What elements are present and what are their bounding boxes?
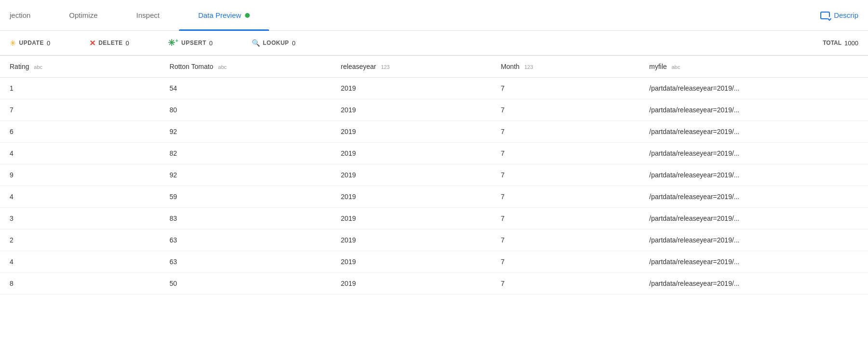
col-header-releaseyear[interactable]: releaseyear 123 — [331, 56, 491, 78]
cell-releaseyear: 2019 — [331, 186, 491, 208]
cell-rating: 2 — [0, 229, 160, 251]
table-row: 99220197/partdata/releaseyear=2019/... — [0, 164, 868, 186]
description-icon — [820, 12, 830, 19]
cell-rating: 6 — [0, 121, 160, 143]
stat-update: ✳ UPDATE 0 — [10, 39, 80, 48]
table-row: 85020197/partdata/releaseyear=2019/... — [0, 273, 868, 295]
cell-myfile: /partdata/releaseyear=2019/... — [639, 251, 868, 273]
upsert-label: UPSERT — [181, 40, 206, 46]
table-row: 78020197/partdata/releaseyear=2019/... — [0, 99, 868, 121]
cell-rating: 1 — [0, 78, 160, 99]
col-year-type: 123 — [381, 64, 390, 70]
total-label: TOTAL — [823, 40, 841, 46]
cell-rotton_tomato: 50 — [160, 273, 331, 295]
cell-releaseyear: 2019 — [331, 273, 491, 295]
lookup-value: 0 — [292, 40, 296, 47]
cell-rating: 4 — [0, 251, 160, 273]
col-header-month[interactable]: Month 123 — [491, 56, 639, 78]
data-table-container: Rating abc Rotton Tomato abc releaseyear… — [0, 56, 868, 295]
stats-bar: ✳ UPDATE 0 ✕ DELETE 0 ✳+ UPSERT 0 🔍 LOOK… — [0, 31, 868, 56]
col-header-myfile[interactable]: myfile abc — [639, 56, 868, 78]
col-myfile-type: abc — [672, 64, 680, 70]
lookup-label: LOOKUP — [263, 40, 289, 46]
col-rotton-type: abc — [218, 64, 227, 70]
tab-data-preview[interactable]: Data Preview — [179, 0, 269, 31]
tab-inspect-label: Inspect — [136, 11, 160, 19]
tab-bar: jection Optimize Inspect Data Preview De… — [0, 0, 868, 31]
col-rotton-label: Rotton Tomato — [170, 63, 214, 70]
upsert-icon: ✳+ — [168, 38, 178, 48]
cell-rotton_tomato: 63 — [160, 251, 331, 273]
cell-releaseyear: 2019 — [331, 208, 491, 229]
cell-myfile: /partdata/releaseyear=2019/... — [639, 143, 868, 164]
cell-releaseyear: 2019 — [331, 251, 491, 273]
cell-myfile: /partdata/releaseyear=2019/... — [639, 99, 868, 121]
description-button[interactable]: Descrip — [820, 11, 868, 19]
data-table: Rating abc Rotton Tomato abc releaseyear… — [0, 56, 868, 295]
col-rating-type: abc — [34, 64, 42, 70]
cell-releaseyear: 2019 — [331, 229, 491, 251]
description-label: Descrip — [834, 11, 858, 19]
cell-rating: 3 — [0, 208, 160, 229]
update-label: UPDATE — [19, 40, 44, 46]
cell-month: 7 — [491, 99, 639, 121]
cell-month: 7 — [491, 208, 639, 229]
col-header-rotton-tomato[interactable]: Rotton Tomato abc — [160, 56, 331, 78]
col-rating-label: Rating — [10, 63, 29, 70]
cell-releaseyear: 2019 — [331, 78, 491, 99]
cell-rating: 7 — [0, 99, 160, 121]
update-value: 0 — [47, 40, 51, 47]
cell-myfile: /partdata/releaseyear=2019/... — [639, 121, 868, 143]
tab-ejection-label: jection — [10, 11, 30, 19]
cell-rating: 8 — [0, 273, 160, 295]
table-row: 38320197/partdata/releaseyear=2019/... — [0, 208, 868, 229]
col-month-label: Month — [501, 63, 519, 70]
stat-lookup: 🔍 LOOKUP 0 — [242, 39, 325, 47]
upsert-value: 0 — [209, 40, 213, 47]
cell-month: 7 — [491, 164, 639, 186]
tab-optimize-label: Optimize — [69, 11, 97, 19]
table-row: 26320197/partdata/releaseyear=2019/... — [0, 229, 868, 251]
tab-inspect[interactable]: Inspect — [117, 0, 179, 31]
cell-releaseyear: 2019 — [331, 143, 491, 164]
table-header-row: Rating abc Rotton Tomato abc releaseyear… — [0, 56, 868, 78]
cell-rotton_tomato: 80 — [160, 99, 331, 121]
cell-rating: 9 — [0, 164, 160, 186]
table-body: 15420197/partdata/releaseyear=2019/...78… — [0, 78, 868, 295]
lookup-icon: 🔍 — [252, 39, 260, 47]
cell-releaseyear: 2019 — [331, 164, 491, 186]
cell-rotton_tomato: 92 — [160, 121, 331, 143]
delete-label: DELETE — [98, 40, 122, 46]
col-month-type: 123 — [524, 64, 533, 70]
cell-myfile: /partdata/releaseyear=2019/... — [639, 164, 868, 186]
col-year-label: releaseyear — [341, 63, 376, 70]
tab-data-preview-label: Data Preview — [198, 11, 241, 19]
tab-optimize[interactable]: Optimize — [50, 0, 117, 31]
stat-upsert: ✳+ UPSERT 0 — [158, 38, 242, 48]
col-myfile-label: myfile — [649, 63, 667, 70]
cell-rotton_tomato: 63 — [160, 229, 331, 251]
cell-rotton_tomato: 92 — [160, 164, 331, 186]
cell-rating: 4 — [0, 143, 160, 164]
cell-month: 7 — [491, 251, 639, 273]
cell-month: 7 — [491, 186, 639, 208]
cell-month: 7 — [491, 143, 639, 164]
delete-icon: ✕ — [89, 39, 96, 48]
cell-month: 7 — [491, 273, 639, 295]
total-value: 1000 — [844, 40, 858, 47]
stat-delete: ✕ DELETE 0 — [80, 39, 159, 48]
delete-value: 0 — [126, 40, 130, 47]
cell-releaseyear: 2019 — [331, 99, 491, 121]
cell-rotton_tomato: 54 — [160, 78, 331, 99]
cell-myfile: /partdata/releaseyear=2019/... — [639, 78, 868, 99]
cell-myfile: /partdata/releaseyear=2019/... — [639, 273, 868, 295]
update-icon: ✳ — [10, 39, 16, 48]
tab-ejection[interactable]: jection — [0, 0, 50, 31]
cell-month: 7 — [491, 229, 639, 251]
cell-month: 7 — [491, 121, 639, 143]
cell-month: 7 — [491, 78, 639, 99]
col-header-rating[interactable]: Rating abc — [0, 56, 160, 78]
table-row: 69220197/partdata/releaseyear=2019/... — [0, 121, 868, 143]
cell-releaseyear: 2019 — [331, 121, 491, 143]
cell-rotton_tomato: 83 — [160, 208, 331, 229]
